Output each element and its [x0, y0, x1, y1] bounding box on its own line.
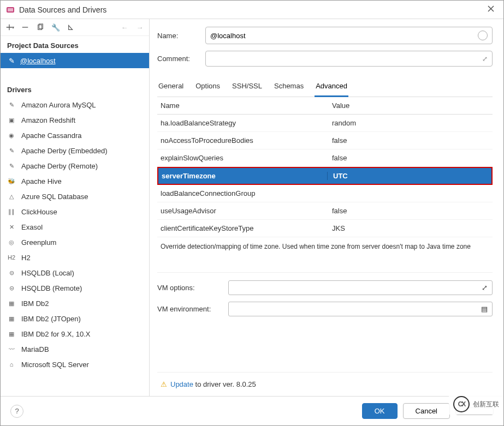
driver-icon: ✎	[7, 100, 16, 109]
vm-env-row: VM environment: ▤	[157, 302, 493, 316]
driver-item[interactable]: H2H2	[1, 250, 149, 265]
property-row[interactable]: explainSlowQueriesfalse	[157, 149, 493, 167]
driver-item[interactable]: ∥∥ClickHouse	[1, 204, 149, 219]
property-name: ha.loadBalanceStrategy	[157, 119, 327, 127]
vm-options-label: VM options:	[157, 284, 228, 292]
driver-item[interactable]: ✎Apache Derby (Embedded)	[1, 143, 149, 158]
grid-header-value[interactable]: Value	[327, 101, 493, 110]
property-name: serverTimezone	[158, 172, 328, 180]
driver-label: MariaDB	[21, 345, 49, 353]
dialog-footer: ? OK Cancel	[1, 396, 503, 425]
driver-label: ClickHouse	[21, 208, 57, 216]
vm-options-row: VM options: ⤢	[157, 280, 493, 295]
window-title: Data Sources and Drivers	[19, 5, 484, 14]
property-value[interactable]: false	[327, 207, 493, 215]
left-toolbar: ▾ 🔧 ← →	[1, 19, 149, 36]
revert-icon[interactable]	[66, 22, 76, 32]
tab-schemas[interactable]: Schemas	[273, 79, 305, 97]
tab-sshssl[interactable]: SSH/SSL	[231, 79, 263, 97]
help-button[interactable]: ?	[10, 405, 23, 418]
vm-env-input-wrapper[interactable]: ▤	[228, 302, 493, 316]
driver-item[interactable]: 〰MariaDB	[1, 341, 149, 357]
right-pane: Name: Comment: ⤢ GeneralOptionsSSH/SSLSc…	[150, 19, 503, 396]
remove-icon[interactable]	[20, 22, 30, 32]
nav-back-icon[interactable]: ←	[120, 22, 129, 32]
driver-item[interactable]: ◉Apache Cassandra	[1, 128, 149, 143]
name-label: Name:	[157, 32, 205, 40]
drivers-list[interactable]: ✎Amazon Aurora MySQL▣Amazon Redshift◉Apa…	[1, 97, 149, 396]
driver-item[interactable]: ⊝HSQLDB (Remote)	[1, 280, 149, 296]
grid-body[interactable]: ha.loadBalanceStrategyrandomnoAccessToPr…	[157, 115, 493, 237]
datasource-item[interactable]: ✎ @localhost	[1, 53, 149, 68]
comment-input-wrapper[interactable]: ⤢	[205, 51, 493, 67]
add-icon[interactable]: ▾	[5, 22, 15, 32]
name-input-wrapper[interactable]	[205, 27, 493, 44]
name-row: Name:	[157, 27, 493, 44]
copy-icon[interactable]	[35, 22, 45, 32]
property-value[interactable]	[327, 189, 493, 197]
driver-item[interactable]: ⌂Microsoft SQL Server	[1, 357, 149, 372]
driver-icon: ◎	[7, 238, 16, 247]
driver-label: Amazon Aurora MySQL	[21, 101, 96, 109]
driver-item[interactable]: ▦IBM Db2 for 9.X, 10.X	[1, 326, 149, 341]
driver-icon: ▣	[7, 116, 16, 124]
driver-icon: ✎	[7, 146, 16, 155]
driver-item[interactable]: ▦IBM Db2 (JTOpen)	[1, 311, 149, 326]
vm-env-input[interactable]	[233, 305, 481, 313]
driver-item[interactable]: ▦IBM Db2	[1, 296, 149, 311]
comment-label: Comment:	[157, 55, 205, 63]
expand-icon[interactable]: ⤢	[482, 55, 488, 63]
driver-label: Azure SQL Database	[21, 193, 88, 201]
tab-advanced[interactable]: Advanced	[315, 79, 348, 97]
property-row[interactable]: clientCertificateKeyStoreTypeJKS	[157, 220, 493, 237]
update-link[interactable]: Update	[170, 380, 193, 388]
driver-icon: ▦	[7, 329, 16, 338]
driver-label: Apache Cassandra	[21, 131, 82, 140]
driver-label: Exasol	[21, 223, 43, 231]
driver-icon: ✕	[7, 223, 16, 231]
drivers-header: Drivers	[1, 80, 149, 97]
driver-item[interactable]: ◎Greenplum	[1, 235, 149, 250]
driver-item[interactable]: ✎Apache Derby (Remote)	[1, 158, 149, 173]
property-row[interactable]: noAccessToProcedureBodiesfalse	[157, 132, 493, 149]
property-row[interactable]: useUsageAdvisorfalse	[157, 202, 493, 220]
property-row[interactable]: loadBalanceConnectionGroup	[157, 185, 493, 202]
comment-input[interactable]	[210, 55, 482, 63]
cancel-button[interactable]: Cancel	[403, 403, 450, 419]
property-value[interactable]: UTC	[328, 172, 491, 180]
property-row[interactable]: serverTimezoneUTC	[157, 167, 493, 185]
property-value[interactable]: random	[327, 119, 493, 127]
property-value[interactable]: false	[327, 154, 493, 162]
driver-icon: ▦	[7, 299, 16, 308]
nav-forward-icon[interactable]: →	[135, 22, 145, 32]
driver-item[interactable]: ▣Amazon Redshift	[1, 112, 149, 128]
driver-item[interactable]: 🐝Apache Hive	[1, 173, 149, 189]
driver-item[interactable]: ⊝HSQLDB (Local)	[1, 265, 149, 280]
ok-button[interactable]: OK	[362, 403, 398, 419]
close-button[interactable]	[484, 4, 498, 15]
driver-item[interactable]: ✕Exasol	[1, 219, 149, 235]
apply-button[interactable]	[455, 407, 494, 415]
driver-item[interactable]: △Azure SQL Database	[1, 189, 149, 204]
driver-icon: ◉	[7, 131, 16, 140]
driver-icon: H2	[7, 253, 16, 262]
driver-icon: ⊝	[7, 284, 16, 292]
wrench-icon[interactable]: 🔧	[51, 22, 61, 32]
dialog-body: ▾ 🔧 ← → Project Data Sources ✎ @localhos…	[1, 19, 503, 396]
update-text: to driver ver. 8.0.25	[193, 380, 256, 388]
driver-icon: 🐝	[7, 177, 16, 185]
grid-header-name[interactable]: Name	[157, 101, 327, 110]
driver-label: H2	[21, 254, 31, 262]
color-badge-icon[interactable]	[478, 31, 488, 40]
list-icon[interactable]: ▤	[481, 305, 488, 313]
name-input[interactable]	[210, 32, 478, 40]
property-value[interactable]: false	[327, 136, 493, 145]
vm-options-input[interactable]	[233, 284, 482, 292]
property-value[interactable]: JKS	[327, 224, 493, 232]
driver-item[interactable]: ✎Amazon Aurora MySQL	[1, 97, 149, 112]
property-row[interactable]: ha.loadBalanceStrategyrandom	[157, 115, 493, 132]
vm-options-input-wrapper[interactable]: ⤢	[228, 280, 493, 295]
tab-general[interactable]: General	[157, 79, 185, 97]
tab-options[interactable]: Options	[194, 79, 221, 97]
expand-icon[interactable]: ⤢	[482, 284, 488, 292]
